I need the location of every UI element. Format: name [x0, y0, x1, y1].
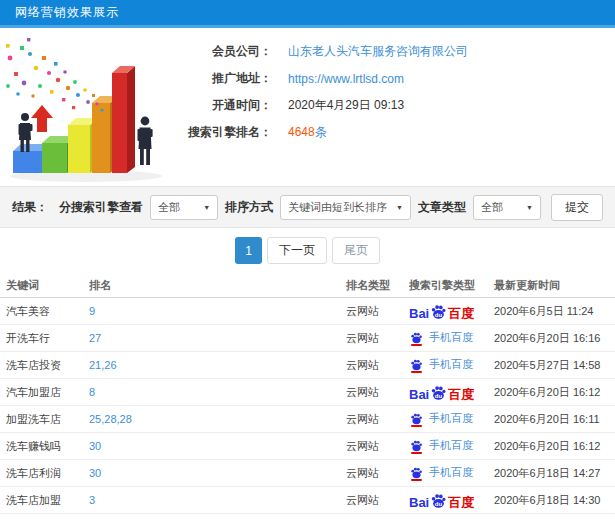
baidu-logo: Bai du 百度 — [409, 384, 474, 401]
top-title-bar: 网络营销效果展示 — [0, 0, 615, 28]
baidu-red-underline — [411, 479, 422, 481]
results-label: 结果： — [12, 199, 48, 216]
confetti-dots — [6, 38, 104, 112]
baidu-logo-bai-text: Bai — [409, 307, 429, 320]
rank-count-unit: 条 — [315, 125, 327, 139]
baidu-paw-icon — [410, 439, 423, 452]
table-row: 洗车店投资21,26云网站 手机百度2020年5月27日 14:58 — [0, 352, 615, 379]
promo-url-link[interactable]: https://www.lrtlsd.com — [288, 72, 404, 86]
engine-type-cell: 手机百度 — [409, 438, 494, 454]
bar-chart-illustration — [0, 28, 172, 186]
ranking-table: 关键词 排名 排名类型 搜索引擎类型 最新更新时间 汽车美容9云网站 Bai d… — [0, 273, 615, 514]
updated-time-cell: 2020年6月18日 14:30 — [494, 493, 615, 508]
rank-type-cell: 云网站 — [346, 412, 409, 427]
baidu-logo-name-text: 百度 — [448, 307, 474, 320]
mobile-baidu-label: 手机百度 — [429, 357, 473, 372]
table-header-row: 关键词 排名 排名类型 搜索引擎类型 最新更新时间 — [0, 273, 615, 298]
page-title: 网络营销效果展示 — [15, 4, 119, 21]
baidu-logo-name-text: 百度 — [448, 388, 474, 401]
chevron-down-icon: ▼ — [396, 204, 403, 211]
rank-link[interactable]: 9 — [89, 305, 95, 317]
baidu-red-underline — [411, 344, 422, 346]
engine-type-cell: 手机百度 — [409, 465, 494, 481]
filter-controls: 分搜索引擎查看 全部 ▼ 排序方式 关键词由短到长排序 ▼ 文章类型 全部 ▼ … — [59, 194, 603, 221]
keyword-cell: 汽车美容 — [6, 304, 89, 319]
svg-text:du: du — [435, 392, 443, 398]
rank-link[interactable]: 27 — [89, 332, 101, 344]
info-row-rank-count: 搜索引擎排名： 4648条 — [172, 119, 615, 146]
mobile-baidu-label: 手机百度 — [429, 330, 473, 345]
updated-time-cell: 2020年5月27日 14:58 — [494, 358, 615, 373]
engine-filter-value: 全部 — [158, 200, 180, 215]
engine-type-cell: 手机百度 — [409, 330, 494, 346]
company-name-link[interactable]: 山东老人头汽车服务咨询有限公司 — [288, 43, 468, 60]
keyword-cell: 开洗车行 — [6, 331, 89, 346]
filter-bar: 结果： 分搜索引擎查看 全部 ▼ 排序方式 关键词由短到长排序 ▼ 文章类型 全… — [0, 186, 615, 228]
engine-type-cell: 手机百度 — [409, 357, 494, 373]
article-type-filter-value: 全部 — [481, 200, 503, 215]
svg-text:du: du — [435, 500, 443, 506]
info-row-url: 推广地址： https://www.lrtlsd.com — [172, 65, 615, 92]
rank-link[interactable]: 8 — [89, 386, 95, 398]
promo-url-label: 推广地址： — [172, 70, 272, 87]
pagination: 1 下一页 尾页 — [0, 228, 615, 273]
baidu-red-underline — [411, 425, 422, 427]
rank-link[interactable]: 25,28,28 — [89, 413, 132, 425]
col-keyword: 关键词 — [6, 278, 89, 293]
summary-section: 会员公司： 山东老人头汽车服务咨询有限公司 推广地址： https://www.… — [0, 28, 615, 186]
updated-time-cell: 2020年6月20日 16:16 — [494, 331, 615, 346]
mobile-baidu-logo: 手机百度 — [409, 357, 473, 372]
col-engine-type: 搜索引擎类型 — [409, 278, 494, 293]
sort-filter-select[interactable]: 关键词由短到长排序 ▼ — [280, 195, 411, 220]
keyword-cell: 洗车店利润 — [6, 466, 89, 481]
engine-type-cell: Bai du 百度 — [409, 303, 494, 320]
info-row-open-time: 开通时间： 2020年4月29日 09:13 — [172, 92, 615, 119]
col-updated: 最新更新时间 — [494, 278, 615, 293]
last-page-button[interactable]: 尾页 — [332, 237, 380, 264]
col-rank-type: 排名类型 — [346, 278, 409, 293]
mobile-baidu-logo: 手机百度 — [409, 438, 473, 453]
table-row: 洗车店利润30云网站 手机百度2020年6月18日 14:27 — [0, 460, 615, 487]
baidu-paw-icon: du — [430, 303, 447, 320]
company-info: 会员公司： 山东老人头汽车服务咨询有限公司 推广地址： https://www.… — [172, 28, 615, 186]
table-row: 开洗车行27云网站 手机百度2020年6月20日 16:16 — [0, 325, 615, 352]
engine-filter-select[interactable]: 全部 ▼ — [150, 195, 218, 220]
article-type-filter-label: 文章类型 — [418, 199, 466, 216]
updated-time-cell: 2020年6月5日 11:24 — [494, 304, 615, 319]
engine-type-cell: 手机百度 — [409, 411, 494, 427]
rank-link[interactable]: 3 — [89, 494, 95, 506]
sort-filter-label: 排序方式 — [225, 199, 273, 216]
baidu-red-underline — [411, 371, 422, 373]
baidu-logo: Bai du 百度 — [409, 492, 474, 509]
updated-time-cell: 2020年6月20日 16:12 — [494, 439, 615, 454]
updated-time-cell: 2020年6月20日 16:12 — [494, 385, 615, 400]
rank-type-cell: 云网站 — [346, 493, 409, 508]
info-row-company: 会员公司： 山东老人头汽车服务咨询有限公司 — [172, 38, 615, 65]
table-row: 汽车美容9云网站 Bai du 百度2020年6月5日 11:24 — [0, 298, 615, 325]
baidu-paw-icon — [410, 331, 423, 344]
engine-type-cell: Bai du 百度 — [409, 384, 494, 401]
page-1-button[interactable]: 1 — [235, 237, 262, 264]
keyword-cell: 洗车店加盟 — [6, 493, 89, 508]
mobile-baidu-label: 手机百度 — [429, 411, 473, 426]
baidu-logo-name-text: 百度 — [448, 496, 474, 509]
next-page-button[interactable]: 下一页 — [267, 237, 327, 264]
rank-link[interactable]: 30 — [89, 467, 101, 479]
article-type-filter-select[interactable]: 全部 ▼ — [473, 195, 541, 220]
updated-time-cell: 2020年6月20日 16:11 — [494, 412, 615, 427]
rank-type-cell: 云网站 — [346, 304, 409, 319]
engine-type-cell: Bai du 百度 — [409, 492, 494, 509]
sort-filter-value: 关键词由短到长排序 — [288, 200, 387, 215]
table-row: 洗车店加盟3云网站 Bai du 百度2020年6月18日 14:30 — [0, 487, 615, 514]
submit-button[interactable]: 提交 — [551, 194, 603, 221]
col-rank: 排名 — [89, 278, 346, 293]
rank-link[interactable]: 30 — [89, 440, 101, 452]
rank-link[interactable]: 21,26 — [89, 359, 117, 371]
company-label: 会员公司： — [172, 43, 272, 60]
growth-chart-image — [0, 28, 172, 186]
table-row: 洗车赚钱吗30云网站 手机百度2020年6月20日 16:12 — [0, 433, 615, 460]
rank-count-value: 4648条 — [288, 124, 327, 141]
svg-text:du: du — [435, 311, 443, 317]
mobile-baidu-label: 手机百度 — [429, 438, 473, 453]
baidu-paw-icon — [410, 412, 423, 425]
